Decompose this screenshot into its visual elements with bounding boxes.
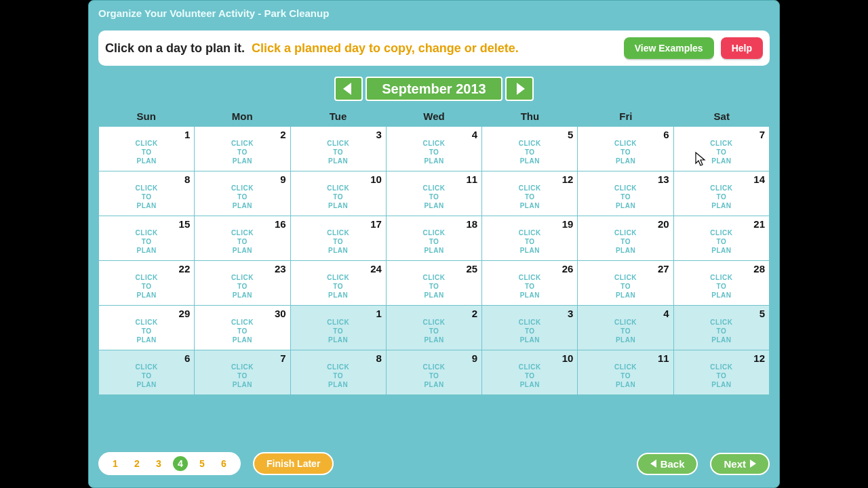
click-to-plan-label: CLICK TO PLAN [674,363,769,389]
calendar-day[interactable]: 26CLICK TO PLAN [482,261,578,306]
step-6[interactable]: 6 [216,456,231,471]
calendar-day[interactable]: 7CLICK TO PLAN [195,350,290,395]
svg-marker-1 [517,83,525,95]
click-to-plan-label: CLICK TO PLAN [195,363,290,389]
calendar-day[interactable]: 13CLICK TO PLAN [578,171,673,216]
click-to-plan-label: CLICK TO PLAN [674,184,769,210]
click-to-plan-label: CLICK TO PLAN [674,273,769,300]
click-to-plan-label: CLICK TO PLAN [578,228,673,255]
click-to-plan-label: CLICK TO PLAN [291,363,386,389]
chevron-right-icon [514,83,525,95]
calendar-day[interactable]: 15CLICK TO PLAN [99,216,195,261]
calendar-day[interactable]: 23CLICK TO PLAN [195,261,290,306]
click-to-plan-label: CLICK TO PLAN [578,273,673,300]
instruction-bar: Click on a day to plan it. Click a plann… [98,30,770,66]
click-to-plan-label: CLICK TO PLAN [674,228,769,255]
calendar-day[interactable]: 12CLICK TO PLAN [482,171,578,216]
app-window: Organize Your Volunteer Activity - Park … [88,0,780,488]
next-button-label: Next [724,458,746,470]
calendar-day[interactable]: 10CLICK TO PLAN [291,171,387,216]
click-to-plan-label: CLICK TO PLAN [195,139,290,165]
click-to-plan-label: CLICK TO PLAN [387,184,481,210]
click-to-plan-label: CLICK TO PLAN [578,184,673,210]
day-headers: SunMonTueWedThuFriSat [98,106,770,126]
calendar-day[interactable]: 12CLICK TO PLAN [674,350,770,395]
day-header: Sat [674,110,770,122]
month-label: September 2013 [366,77,502,101]
calendar-day[interactable]: 9CLICK TO PLAN [387,350,482,395]
calendar-day[interactable]: 25CLICK TO PLAN [387,261,482,306]
day-header: Fri [578,110,673,122]
step-4[interactable]: 4 [173,456,188,471]
finish-later-button[interactable]: Finish Later [253,452,334,475]
calendar-day[interactable]: 16CLICK TO PLAN [195,216,290,261]
click-to-plan-label: CLICK TO PLAN [674,139,769,165]
click-to-plan-label: CLICK TO PLAN [99,184,194,210]
calendar-day[interactable]: 4CLICK TO PLAN [578,306,673,350]
instruction-primary: Click on a day to plan it. [105,41,245,56]
click-to-plan-label: CLICK TO PLAN [578,363,673,389]
step-3[interactable]: 3 [151,456,166,471]
click-to-plan-label: CLICK TO PLAN [387,363,481,389]
calendar-day[interactable]: 1CLICK TO PLAN [291,306,387,350]
view-examples-button[interactable]: View Examples [624,37,714,59]
calendar-day[interactable]: 22CLICK TO PLAN [99,261,195,306]
click-to-plan-label: CLICK TO PLAN [291,139,386,165]
calendar-day[interactable]: 2CLICK TO PLAN [195,127,290,171]
calendar-day[interactable]: 5CLICK TO PLAN [482,127,578,171]
calendar-day[interactable]: 11CLICK TO PLAN [578,350,673,395]
calendar-day[interactable]: 10CLICK TO PLAN [482,350,578,395]
click-to-plan-label: CLICK TO PLAN [387,228,481,255]
click-to-plan-label: CLICK TO PLAN [195,273,290,300]
calendar-day[interactable]: 1CLICK TO PLAN [99,127,195,171]
click-to-plan-label: CLICK TO PLAN [99,318,194,344]
click-to-plan-label: CLICK TO PLAN [291,228,386,255]
click-to-plan-label: CLICK TO PLAN [291,184,386,210]
calendar-day[interactable]: 21CLICK TO PLAN [674,216,770,261]
click-to-plan-label: CLICK TO PLAN [482,184,577,210]
click-to-plan-label: CLICK TO PLAN [291,318,386,344]
calendar-day[interactable]: 9CLICK TO PLAN [195,171,290,216]
calendar-day[interactable]: 8CLICK TO PLAN [99,171,195,216]
calendar-day[interactable]: 28CLICK TO PLAN [674,261,770,306]
calendar-day[interactable]: 2CLICK TO PLAN [387,306,482,350]
step-1[interactable]: 1 [108,456,123,471]
day-header: Wed [386,110,481,122]
calendar-day[interactable]: 7CLICK TO PLAN [674,127,770,171]
click-to-plan-label: CLICK TO PLAN [482,139,577,165]
calendar-day[interactable]: 14CLICK TO PLAN [674,171,770,216]
calendar-day[interactable]: 27CLICK TO PLAN [578,261,673,306]
calendar-day[interactable]: 8CLICK TO PLAN [291,350,387,395]
click-to-plan-label: CLICK TO PLAN [482,318,577,344]
calendar-day[interactable]: 19CLICK TO PLAN [482,216,578,261]
calendar-day[interactable]: 11CLICK TO PLAN [387,171,482,216]
calendar-day[interactable]: 4CLICK TO PLAN [387,127,482,171]
calendar-day[interactable]: 17CLICK TO PLAN [291,216,387,261]
calendar-day[interactable]: 20CLICK TO PLAN [578,216,673,261]
help-button[interactable]: Help [721,37,763,59]
back-button[interactable]: Back [637,453,698,475]
next-month-button[interactable] [505,77,534,101]
click-to-plan-label: CLICK TO PLAN [482,363,577,389]
calendar-day[interactable]: 6CLICK TO PLAN [99,350,195,395]
svg-marker-0 [343,83,351,95]
step-2[interactable]: 2 [130,456,144,471]
calendar-day[interactable]: 29CLICK TO PLAN [99,306,195,350]
click-to-plan-label: CLICK TO PLAN [578,139,673,165]
calendar-day[interactable]: 3CLICK TO PLAN [482,306,578,350]
calendar-day[interactable]: 5CLICK TO PLAN [674,306,770,350]
calendar-day[interactable]: 18CLICK TO PLAN [387,216,482,261]
click-to-plan-label: CLICK TO PLAN [291,273,386,300]
click-to-plan-label: CLICK TO PLAN [674,318,769,344]
step-5[interactable]: 5 [195,456,210,471]
calendar-day[interactable]: 30CLICK TO PLAN [195,306,290,350]
prev-month-button[interactable] [334,77,363,101]
footer: 123456 Finish Later Back Next [98,452,770,475]
calendar-day[interactable]: 3CLICK TO PLAN [291,127,387,171]
calendar-day[interactable]: 24CLICK TO PLAN [291,261,387,306]
chevron-left-icon [650,460,656,468]
month-navigator: September 2013 [334,77,533,101]
day-header: Mon [194,110,290,122]
next-button[interactable]: Next [710,453,770,475]
calendar-day[interactable]: 6CLICK TO PLAN [578,127,673,171]
